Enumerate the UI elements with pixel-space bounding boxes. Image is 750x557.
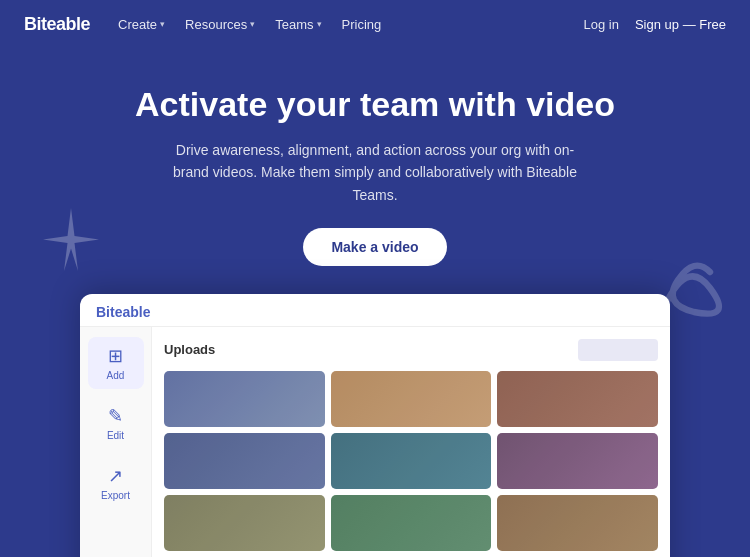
video-thumb-2[interactable] [331,371,492,427]
sidebar-edit-label: Edit [107,430,124,441]
signup-link[interactable]: Sign up — Free [635,17,726,32]
hero-title: Activate your team with video [20,84,730,125]
cta-button[interactable]: Make a video [303,228,446,266]
uploads-title: Uploads [164,342,215,357]
video-thumb-1[interactable] [164,371,325,427]
mockup-logo: Biteable [96,304,150,320]
nav-right: Log in Sign up — Free [584,17,726,32]
sidebar-export-label: Export [101,490,130,501]
sidebar-export[interactable]: ↗ Export [88,457,144,509]
uploads-button-placeholder[interactable] [578,339,658,361]
export-icon: ↗ [108,465,123,487]
video-thumb-3[interactable] [497,371,658,427]
mockup-body: ⊞ Add ✎ Edit ↗ Export Uploads [80,327,670,557]
uploads-header: Uploads [164,339,658,361]
chevron-down-icon: ▾ [160,19,165,29]
video-thumb-5[interactable] [331,433,492,489]
sidebar-add-label: Add [107,370,125,381]
nav-resources[interactable]: Resources ▾ [177,11,263,38]
video-thumb-8[interactable] [331,495,492,551]
video-thumb-7[interactable] [164,495,325,551]
sidebar-edit[interactable]: ✎ Edit [88,397,144,449]
nav-teams[interactable]: Teams ▾ [267,11,329,38]
mockup-content: Uploads [152,327,670,557]
mockup-header: Biteable [80,294,670,327]
nav-items: Create ▾ Resources ▾ Teams ▾ Pricing [110,11,576,38]
mockup-sidebar: ⊞ Add ✎ Edit ↗ Export [80,327,152,557]
hero-subtitle: Drive awareness, alignment, and action a… [165,139,585,206]
navbar: Biteable Create ▾ Resources ▾ Teams ▾ Pr… [0,0,750,48]
video-thumb-4[interactable] [164,433,325,489]
video-thumb-6[interactable] [497,433,658,489]
brand-logo[interactable]: Biteable [24,14,90,35]
nav-pricing[interactable]: Pricing [334,11,390,38]
hero-section: Activate your team with video Drive awar… [0,48,750,557]
svg-marker-0 [43,208,99,271]
chevron-down-icon: ▾ [250,19,255,29]
edit-icon: ✎ [108,405,123,427]
chevron-down-icon: ▾ [317,19,322,29]
sidebar-add[interactable]: ⊞ Add [88,337,144,389]
add-icon: ⊞ [108,345,123,367]
deco-star-icon [36,208,106,278]
login-link[interactable]: Log in [584,17,619,32]
nav-create[interactable]: Create ▾ [110,11,173,38]
app-mockup: Biteable ⊞ Add ✎ Edit ↗ Export [80,294,670,557]
video-thumb-9[interactable] [497,495,658,551]
video-grid [164,371,658,557]
